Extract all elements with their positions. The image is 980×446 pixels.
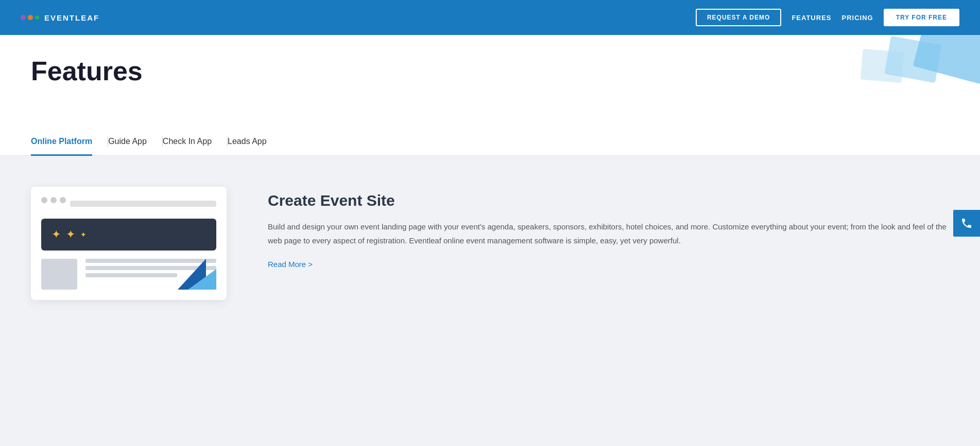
navbar: EVENTLEAF REQUEST A DEMO FEATURES PRICIN… bbox=[0, 0, 980, 35]
logo[interactable]: EVENTLEAF bbox=[21, 13, 99, 22]
features-link[interactable]: FEATURES bbox=[792, 14, 831, 22]
logo-dots bbox=[21, 15, 39, 20]
navbar-nav: REQUEST A DEMO FEATURES PRICING TRY FOR … bbox=[696, 9, 959, 26]
tab-leads-app[interactable]: Leads App bbox=[228, 128, 282, 155]
dark-banner: ✦ ✦ ✦ bbox=[41, 219, 216, 251]
tab-online-platform[interactable]: Online Platform bbox=[31, 128, 108, 155]
hero-decorations bbox=[826, 35, 980, 117]
pricing-link[interactable]: PRICING bbox=[841, 14, 873, 22]
phone-icon bbox=[960, 217, 973, 229]
browser-dot-3 bbox=[60, 197, 66, 203]
illustration-card: ✦ ✦ ✦ bbox=[31, 187, 227, 300]
dot-purple bbox=[21, 15, 26, 20]
dot-green bbox=[35, 15, 39, 20]
sparkle-icon-2: ✦ bbox=[66, 228, 75, 241]
sparkle-icon-1: ✦ bbox=[51, 228, 61, 241]
read-more-link[interactable]: Read More > bbox=[268, 260, 313, 269]
try-free-button[interactable]: TRY FOR FREE bbox=[884, 9, 959, 26]
feature-description: Build and design your own event landing … bbox=[268, 220, 949, 247]
browser-dots bbox=[41, 197, 66, 203]
feature-text: Create Event Site Build and design your … bbox=[268, 187, 949, 269]
triangle-decoration bbox=[178, 251, 216, 290]
browser-dot-1 bbox=[41, 197, 47, 203]
content-thumbnail bbox=[41, 259, 77, 290]
triangle-svg bbox=[178, 251, 216, 290]
text-line-3 bbox=[85, 273, 177, 277]
sparkle-icon-3: ✦ bbox=[80, 230, 87, 239]
browser-dot-2 bbox=[50, 197, 57, 203]
tabs: Online Platform Guide App Check In App L… bbox=[31, 128, 949, 155]
dot-orange bbox=[28, 15, 33, 20]
illustration-wrapper: ✦ ✦ ✦ bbox=[31, 187, 227, 300]
feature-title: Create Event Site bbox=[268, 192, 949, 209]
phone-button[interactable] bbox=[953, 210, 980, 237]
tab-check-in-app[interactable]: Check In App bbox=[163, 128, 227, 155]
page-title: Features bbox=[31, 56, 949, 86]
content-section: ✦ ✦ ✦ Create Event Site bbox=[0, 156, 980, 331]
tab-guide-app[interactable]: Guide App bbox=[108, 128, 162, 155]
hero-section: Features bbox=[0, 35, 980, 128]
browser-header bbox=[41, 197, 216, 210]
deco-rect-3 bbox=[861, 49, 904, 83]
browser-bar bbox=[70, 201, 216, 207]
logo-text: EVENTLEAF bbox=[44, 13, 99, 22]
request-demo-button[interactable]: REQUEST A DEMO bbox=[696, 9, 781, 26]
tabs-section: Online Platform Guide App Check In App L… bbox=[0, 128, 980, 156]
